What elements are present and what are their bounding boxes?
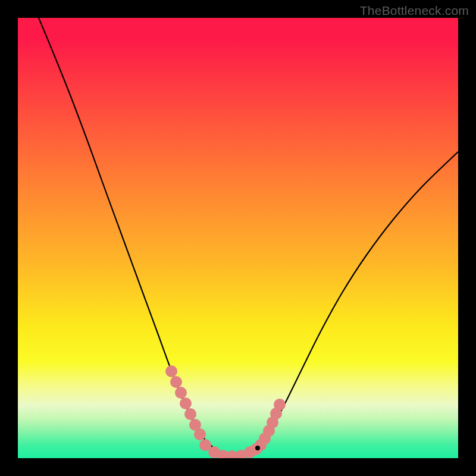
marker-dot <box>165 365 177 377</box>
right-curve <box>232 152 458 456</box>
marker-dot <box>175 387 187 399</box>
apex-dot <box>255 446 260 450</box>
left-curve <box>39 18 232 456</box>
watermark-text: TheBottleneck.com <box>360 4 469 18</box>
marker-dot <box>194 428 206 440</box>
marker-dot <box>184 408 196 420</box>
marker-dot <box>274 399 286 411</box>
marker-group <box>165 365 286 458</box>
marker-dot <box>170 376 182 388</box>
chart-svg <box>18 18 458 458</box>
chart-frame <box>18 18 458 458</box>
marker-dot <box>180 397 192 409</box>
